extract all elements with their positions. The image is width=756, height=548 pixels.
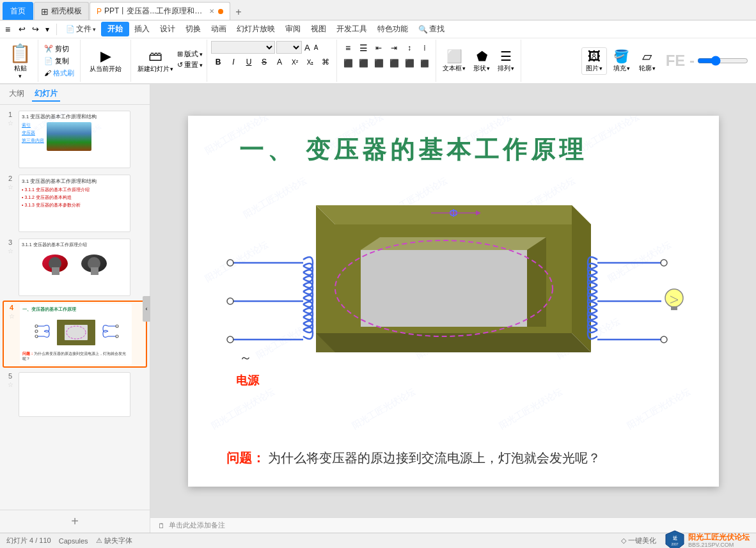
list-bullet-btn[interactable]: ≡ (341, 41, 355, 55)
menu-special[interactable]: 特色功能 (372, 22, 413, 36)
text-direction-btn[interactable]: ⬛ (418, 56, 432, 70)
slides-tab[interactable]: 幻灯片 (32, 87, 60, 102)
new-slide-btn[interactable]: 🗃 新建幻灯片 ▾ (135, 47, 176, 75)
slide-star-4[interactable]: ☆ (9, 313, 15, 320)
notes-placeholder[interactable]: 单击此处添加备注 (169, 521, 225, 530)
tab-add[interactable]: + (231, 4, 246, 20)
menu-design[interactable]: 设计 (155, 22, 180, 36)
indent-less-btn[interactable]: ⇤ (372, 41, 386, 55)
menu-animation[interactable]: 动画 (206, 22, 232, 36)
format-painter-btn[interactable]: 🖌 格式刷 (42, 68, 76, 79)
redo-btn[interactable]: ↪ (29, 23, 42, 35)
more-arrow[interactable]: ▾ (42, 24, 52, 35)
align-justify-btn[interactable]: ⬛ (387, 56, 401, 70)
menu-view[interactable]: 视图 (306, 22, 331, 36)
arrange-btn[interactable]: ☰ 排列 ▾ (495, 47, 517, 74)
align-left-btn[interactable]: ⬛ (341, 56, 355, 70)
slides-list: 1 ☆ 阳光工匠光伏论坛 阳光工匠光伏论坛 3.1 变压器的基本工作原理和结构 … (0, 105, 150, 510)
shadow-btn[interactable]: ⌘ (319, 55, 333, 69)
panel-collapse-arrow[interactable]: ‹ (143, 296, 150, 322)
new-slide-arrow[interactable]: ▾ (170, 66, 173, 72)
slide-item-3[interactable]: 3 ☆ 3.1.1 变压器的基本工作原理介绍 (3, 237, 147, 298)
menu-file[interactable]: 📄 文件 ▾ (61, 22, 101, 36)
logo-area[interactable]: 近 2007 阳光工匠光伏论坛 BBS.21SPV.COM (665, 530, 750, 549)
shape-icon: ⬟ (476, 49, 487, 64)
svg-point-10 (116, 335, 118, 338)
svg-point-33 (227, 336, 233, 343)
list-number-btn[interactable]: ☰ (356, 41, 370, 55)
undo-btn[interactable]: ↩ (15, 23, 29, 35)
arrange-arrow[interactable]: ▾ (511, 65, 514, 72)
image-btn[interactable]: 🖼 图片 ▾ (581, 47, 607, 75)
bold-btn[interactable]: B (211, 55, 225, 69)
menu-slideshow[interactable]: 幻灯片放映 (232, 22, 280, 36)
slide-item-1[interactable]: 1 ☆ 阳光工匠光伏论坛 阳光工匠光伏论坛 3.1 变压器的基本工作原理和结构 … (3, 109, 147, 170)
menu-start[interactable]: 开始 (101, 22, 129, 36)
superscript-btn[interactable]: X² (288, 55, 302, 69)
slide-thumb-4: 一、变压器的基本工作原理 (20, 304, 132, 364)
slide-item-2[interactable]: 2 ☆ 3.1 变压器的基本工作原理和结构 • 3.1.1 变压器的基本工作原理… (3, 173, 147, 234)
line-spacing-btn[interactable]: ↕ (402, 41, 416, 55)
tab-home[interactable]: 首页 (3, 2, 33, 20)
slide-question[interactable]: 问题： 为什么将变压器的原边接到交流电源上，灯泡就会发光呢？ (226, 447, 693, 469)
slide-star-2[interactable]: ☆ (8, 184, 13, 191)
outline-arrow[interactable]: ▾ (652, 65, 656, 72)
fill-btn[interactable]: 🪣 填充 ▾ (610, 47, 634, 74)
close-icon[interactable]: ✕ (209, 8, 214, 15)
subscript-btn[interactable]: X₂ (303, 55, 317, 69)
paste-btn[interactable]: 📋 粘贴 ▾ (8, 42, 33, 81)
cut-btn[interactable]: ✂️ 剪切 (42, 43, 76, 54)
slide-item-5[interactable]: 5 ☆ (3, 370, 147, 419)
col-btn[interactable]: ⁞ (418, 41, 432, 55)
font-size-select[interactable] (276, 41, 302, 54)
menu-dev[interactable]: 开发工具 (331, 22, 372, 36)
reset-btn[interactable]: ↺ 重置 ▾ (177, 60, 203, 70)
transformer-diagram[interactable]: Φ (214, 186, 693, 410)
slide-star-1[interactable]: ☆ (8, 120, 13, 127)
shape-arrow[interactable]: ▾ (487, 65, 490, 72)
outline-btn[interactable]: ▱ 轮廓 ▾ (636, 47, 658, 74)
slide-num-2: 2 (8, 175, 12, 182)
layout-arrow[interactable]: ▾ (200, 51, 203, 58)
zoom-slider[interactable] (697, 56, 748, 66)
underline-btn[interactable]: U (242, 55, 256, 69)
slideshow-start-btn[interactable]: ▶ 从当前开始 (84, 47, 127, 75)
beautify-btn[interactable]: ◇ 一键美化 (621, 536, 656, 545)
reset-arrow[interactable]: ▾ (200, 62, 203, 68)
reset-icon: ↺ (177, 61, 183, 69)
image-arrow[interactable]: ▾ (599, 65, 602, 72)
copy-btn[interactable]: 📄 复制 (42, 56, 76, 67)
tab-ppt[interactable]: P PPT丨变压器...工作原理和结构 ✕ (90, 2, 230, 20)
slide-thumb-1: 阳光工匠光伏论坛 阳光工匠光伏论坛 3.1 变压器的基本工作原理和结构 索引 变… (19, 111, 130, 168)
italic-btn[interactable]: I (226, 55, 240, 69)
shape-btn[interactable]: ⬟ 形状 ▾ (471, 47, 492, 74)
tab-template[interactable]: ⊞ 稻壳模板 (34, 2, 89, 20)
menu-transition[interactable]: 切换 (180, 22, 206, 36)
textbox-arrow[interactable]: ▾ (462, 65, 466, 72)
slide-star-5[interactable]: ☆ (8, 381, 13, 388)
align-right-btn[interactable]: ⬛ (372, 56, 386, 70)
textbox-btn[interactable]: ⬜ 文本框 ▾ (440, 47, 468, 74)
font-size-up-btn[interactable]: A (303, 43, 311, 52)
slide-star-3[interactable]: ☆ (8, 247, 13, 254)
slide-main-title[interactable]: 一、 变压器的基本工作原理 (239, 134, 588, 166)
outline-tab[interactable]: 大纲 (6, 87, 27, 102)
menu-insert[interactable]: 插入 (129, 22, 155, 36)
font-size-down-btn[interactable]: A (313, 44, 320, 51)
strikethrough-btn[interactable]: S (257, 55, 271, 69)
align-center-btn[interactable]: ⬛ (356, 56, 370, 70)
paste-arrow[interactable]: ▾ (19, 73, 22, 79)
align-distribute-btn[interactable]: ⬛ (402, 56, 416, 70)
fill-arrow[interactable]: ▾ (627, 65, 630, 72)
slide-canvas[interactable]: 阳光工匠光伏论坛 阳光工匠光伏论坛 阳光工匠光伏论坛 阳光工匠光伏论坛 阳光工匠… (188, 116, 719, 487)
slide-item-4[interactable]: 4 ☆ 一、变压器的基本工作原理 (3, 301, 147, 368)
missing-font-btn[interactable]: ⚠ 缺失字体 (96, 536, 132, 545)
menu-find[interactable]: 🔍 查找 (413, 22, 450, 36)
menu-review[interactable]: 审阅 (280, 22, 306, 36)
group-paste-content: 📋 粘贴 ▾ (8, 41, 33, 81)
add-slide-btn[interactable]: + (0, 510, 150, 533)
layout-btn[interactable]: ⊞ 版式 ▾ (177, 49, 203, 59)
font-color-btn[interactable]: A (272, 55, 287, 69)
indent-more-btn[interactable]: ⇥ (387, 41, 401, 55)
font-name-select[interactable] (211, 41, 275, 54)
